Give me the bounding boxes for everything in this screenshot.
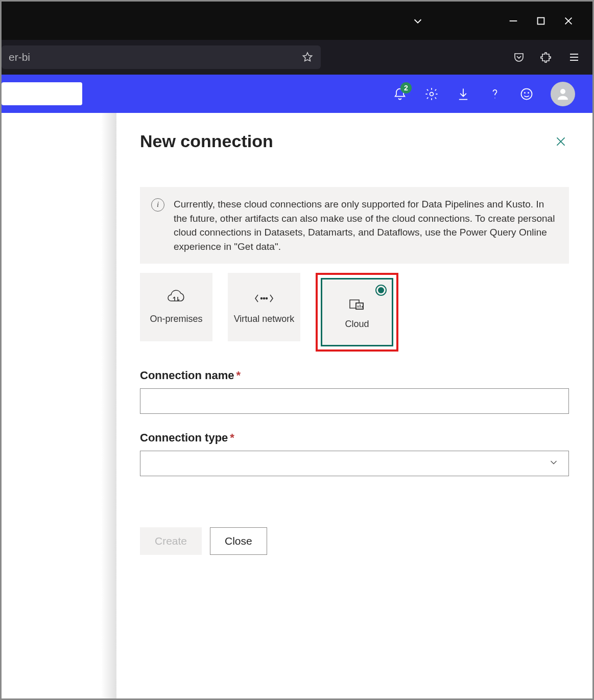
highlight-box: Cloud xyxy=(316,273,398,352)
window-titlebar xyxy=(2,2,592,40)
tile-label: Virtual network xyxy=(234,314,295,325)
new-connection-panel: New connection i Currently, these cloud … xyxy=(116,113,592,698)
hamburger-menu-icon[interactable] xyxy=(562,45,586,69)
svg-point-4 xyxy=(525,92,525,93)
user-avatar[interactable] xyxy=(551,82,575,106)
selected-indicator-icon xyxy=(375,285,387,296)
notifications-icon[interactable]: 2 xyxy=(392,86,408,102)
svg-point-7 xyxy=(261,298,263,299)
close-button[interactable]: Close xyxy=(210,527,267,555)
info-banner: i Currently, these cloud connections are… xyxy=(140,187,569,264)
extensions-icon[interactable] xyxy=(534,45,559,69)
bookmark-star-icon[interactable] xyxy=(301,51,314,63)
download-icon[interactable] xyxy=(456,86,471,102)
address-bar[interactable]: er-bi xyxy=(2,45,321,69)
window-close-button[interactable] xyxy=(555,7,582,35)
search-input[interactable] xyxy=(2,82,82,105)
create-button[interactable]: Create xyxy=(140,527,202,555)
feedback-smile-icon[interactable] xyxy=(519,86,534,102)
connection-name-input[interactable] xyxy=(140,388,569,414)
svg-rect-1 xyxy=(538,17,544,24)
notification-badge: 2 xyxy=(400,82,412,94)
window-maximize-button[interactable] xyxy=(527,7,555,35)
tab-overflow-icon[interactable] xyxy=(404,7,432,35)
network-icon xyxy=(254,289,274,308)
chevron-down-icon xyxy=(548,457,559,470)
svg-point-2 xyxy=(430,92,434,96)
app-header: 2 xyxy=(2,75,592,113)
svg-point-5 xyxy=(528,92,529,93)
pocket-icon[interactable] xyxy=(507,45,531,69)
panel-title: New connection xyxy=(140,131,273,151)
panel-close-button[interactable] xyxy=(553,133,569,150)
tile-cloud[interactable]: Cloud xyxy=(321,278,393,346)
svg-point-9 xyxy=(266,298,268,299)
connection-type-label: Connection type* xyxy=(140,431,569,445)
help-icon[interactable] xyxy=(487,86,503,102)
browser-toolbar: er-bi xyxy=(2,40,592,75)
address-bar-text: er-bi xyxy=(9,51,296,63)
tile-on-premises[interactable]: On-premises xyxy=(140,273,212,341)
tile-label: On-premises xyxy=(150,314,202,325)
connection-type-select[interactable] xyxy=(140,451,569,476)
settings-gear-icon[interactable] xyxy=(424,86,439,102)
tile-virtual-network[interactable]: Virtual network xyxy=(228,273,300,341)
window-minimize-button[interactable] xyxy=(500,7,527,35)
cloud-sync-icon xyxy=(166,289,186,308)
svg-point-3 xyxy=(521,88,532,99)
cloud-report-icon xyxy=(347,294,367,313)
background-content xyxy=(2,113,116,698)
info-message: Currently, these cloud connections are o… xyxy=(174,197,558,253)
svg-point-8 xyxy=(264,298,265,299)
info-icon: i xyxy=(151,198,164,212)
tile-label: Cloud xyxy=(345,319,369,330)
connection-name-label: Connection name* xyxy=(140,369,569,382)
svg-point-6 xyxy=(560,89,565,94)
